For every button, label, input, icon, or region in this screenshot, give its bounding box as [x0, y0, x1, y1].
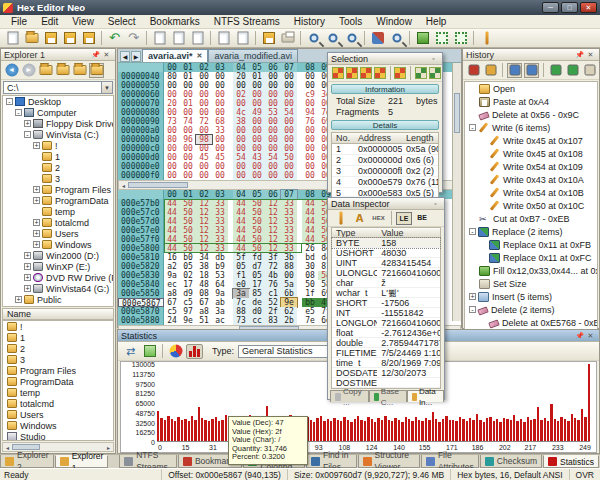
tree-item-floppy-disk-drive-a[interactable]: +Floppy Disk Drive (A:)	[3, 118, 113, 129]
histogram-bar[interactable]	[510, 420, 512, 441]
hex-byte[interactable]: e0	[233, 280, 249, 289]
histogram-bar[interactable]	[486, 418, 488, 441]
histogram-bar[interactable]	[194, 420, 196, 441]
hex-byte[interactable]: 00	[302, 126, 318, 135]
hex-byte[interactable]: 05	[249, 271, 265, 280]
hex-byte[interactable]: 1f	[302, 289, 318, 298]
column-header[interactable]: Length	[402, 133, 438, 143]
hex-byte[interactable]: 45	[212, 153, 228, 162]
hex-byte[interactable]: fd	[249, 253, 265, 262]
hex-byte[interactable]: 00	[196, 162, 212, 171]
hex-byte[interactable]: 44	[164, 235, 180, 244]
histogram-bar[interactable]	[174, 421, 176, 441]
hex-byte[interactable]: 00	[164, 171, 180, 180]
history-item-replace-0x11-at-0xfb[interactable]: Replace 0x11 at 0xFB	[465, 238, 597, 251]
hex-byte[interactable]: 53	[212, 271, 228, 280]
tree-view-1-icon[interactable]	[507, 63, 522, 78]
histogram-bar[interactable]	[333, 418, 335, 441]
hex-byte[interactable]: e5	[302, 307, 318, 316]
histogram-bar[interactable]	[310, 420, 312, 441]
hex-byte[interactable]: 54	[281, 108, 297, 117]
panel-tab-structure-viewer[interactable]: Structure Viewer	[358, 455, 420, 468]
hex-byte[interactable]: 83	[265, 316, 281, 325]
file-item-2[interactable]: 2	[3, 343, 113, 354]
close-icon[interactable]: ✕	[585, 331, 596, 341]
hex-byte[interactable]: 12	[265, 235, 281, 244]
histogram-bar[interactable]	[191, 416, 193, 441]
history-item-write-0x54-at-0x10b[interactable]: Write 0x54 at 0x10B	[465, 186, 597, 199]
histogram-bar[interactable]	[177, 417, 179, 441]
paste-insert-icon[interactable]	[170, 31, 187, 46]
hex-byte[interactable]: 00	[302, 72, 318, 81]
hex-byte[interactable]: 00	[233, 81, 249, 90]
histogram-bar[interactable]	[157, 411, 159, 441]
hex-byte[interactable]: 64	[212, 280, 228, 289]
histogram-bar[interactable]	[533, 419, 535, 441]
address-combo[interactable]: C:\ ▼	[3, 81, 113, 94]
file-item-studio[interactable]: Studio	[3, 431, 113, 441]
hex-byte[interactable]: 44	[233, 208, 249, 217]
hex-byte[interactable]: 00	[302, 135, 318, 144]
expander-icon[interactable]: +	[469, 293, 476, 300]
hex-byte[interactable]: 00	[265, 126, 281, 135]
hex-byte[interactable]: 97	[180, 307, 196, 316]
hex-byte[interactable]: 00	[212, 108, 228, 117]
history-item-replace-2-items[interactable]: -Replace (2 items)	[465, 225, 597, 238]
histogram-bar[interactable]	[415, 417, 417, 441]
hex-byte[interactable]: 00	[249, 171, 265, 180]
sel-load-icon[interactable]	[415, 67, 427, 79]
histogram-bar[interactable]	[425, 418, 427, 441]
hex-byte[interactable]: 00	[281, 135, 297, 144]
maximize-button[interactable]: □	[561, 2, 578, 13]
hex-byte[interactable]: 88	[281, 262, 297, 271]
history-item-set-size[interactable]: Set Size	[465, 277, 597, 290]
expander-icon[interactable]: -	[24, 131, 31, 138]
pattern-pen-icon[interactable]	[478, 31, 495, 46]
hex-byte[interactable]: 00	[302, 171, 318, 180]
histogram-bar[interactable]	[164, 420, 166, 441]
hex-byte[interactable]: 00	[164, 162, 180, 171]
histogram-bar[interactable]	[466, 421, 468, 441]
histogram-bar[interactable]	[421, 421, 423, 441]
histogram-bar[interactable]	[527, 417, 529, 441]
histogram-bar[interactable]	[442, 419, 444, 441]
hex-byte[interactable]: 33	[212, 208, 228, 217]
find-all-icon[interactable]	[343, 31, 360, 46]
hex-byte[interactable]: 33	[281, 199, 297, 208]
history-item-open[interactable]: Open	[465, 82, 597, 95]
tab-scroll-right-icon[interactable]: ▶	[131, 51, 141, 62]
hex-byte[interactable]: 50	[249, 217, 265, 226]
details-row[interactable]: 30x000000fb0x2 (2)	[332, 166, 438, 177]
histogram-bar[interactable]	[476, 414, 478, 441]
hex-byte[interactable]: 43	[249, 153, 265, 162]
expander-icon[interactable]: +	[24, 274, 31, 281]
histogram-bar[interactable]	[377, 418, 379, 441]
pin-icon[interactable]: 📌	[574, 331, 585, 341]
hex-byte[interactable]: d9	[180, 289, 196, 298]
hex-byte[interactable]: 38	[233, 117, 249, 126]
branch-back-icon[interactable]	[548, 63, 563, 78]
history-item-replace-0x11-at-0xfc[interactable]: Replace 0x11 at 0xFC	[465, 251, 597, 264]
histogram-bar[interactable]	[455, 421, 457, 441]
tree-item-totalcmd[interactable]: +totalcmd	[3, 217, 113, 228]
file-item-3[interactable]: 3	[3, 354, 113, 365]
menu-window[interactable]: Window	[369, 15, 419, 28]
select-end-icon[interactable]	[452, 31, 469, 46]
history-item-delete-2-items[interactable]: -Delete (2 items)	[465, 303, 597, 316]
hex-byte[interactable]: 00	[249, 99, 265, 108]
hex-byte[interactable]: 2f	[265, 307, 281, 316]
inspector-row[interactable]: wchar_tL'뾞'	[332, 288, 440, 298]
histogram-bar[interactable]	[394, 418, 396, 441]
hex-byte[interactable]: a8	[164, 289, 180, 298]
hex-byte[interactable]: 12	[196, 226, 212, 235]
expander-icon[interactable]: -	[469, 306, 476, 313]
hex-byte[interactable]: 33	[212, 199, 228, 208]
histogram-bar[interactable]	[381, 420, 383, 441]
menu-help[interactable]: Help	[419, 15, 454, 28]
hex-byte[interactable]: 12	[196, 217, 212, 226]
histogram-bar[interactable]	[445, 416, 447, 441]
hex-byte[interactable]: 44	[164, 244, 180, 253]
hex-byte[interactable]: 50	[180, 226, 196, 235]
histogram-bar[interactable]	[544, 418, 546, 441]
hex-byte[interactable]: 50	[249, 244, 265, 253]
